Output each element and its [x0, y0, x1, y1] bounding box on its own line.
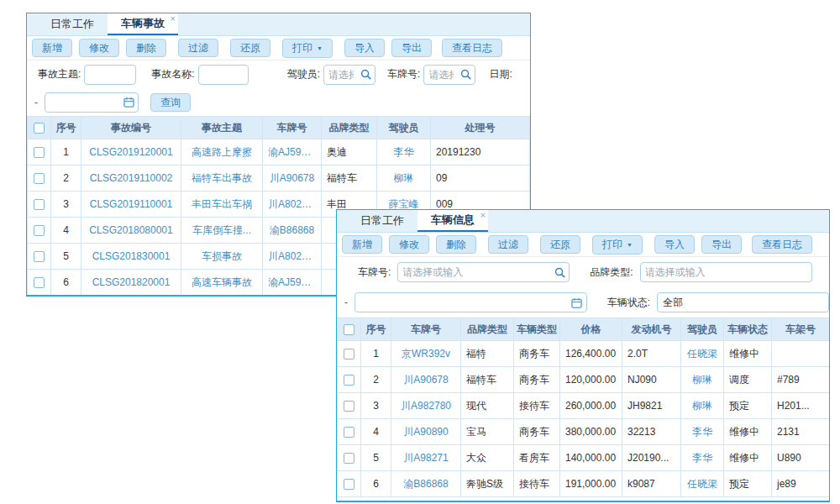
delete-button[interactable]: 删除 — [436, 235, 476, 254]
table-cell-link[interactable]: CLSG2018080001 — [81, 218, 181, 244]
table-cell-link[interactable]: 渝AJ59484 — [263, 139, 322, 165]
row-checkbox[interactable] — [34, 173, 45, 184]
table-cell-link[interactable]: 渝B86868 — [391, 471, 461, 497]
plate-select-input[interactable] — [423, 65, 475, 85]
row-checkbox[interactable] — [344, 453, 354, 464]
search-icon[interactable] — [552, 265, 567, 280]
table-cell-link[interactable]: 高速路上摩擦 — [181, 139, 263, 165]
view-log-button[interactable]: 查看日志 — [752, 235, 812, 254]
table-cell-link[interactable]: 柳琳 — [681, 393, 724, 419]
table-cell-link[interactable]: 福特车出事故 — [181, 165, 263, 192]
select-all-checkbox[interactable] — [34, 123, 45, 134]
table-cell-link[interactable]: CLSG2019120001 — [81, 139, 181, 165]
row-checkbox[interactable] — [344, 375, 354, 386]
close-icon[interactable] — [171, 14, 176, 23]
row-checkbox[interactable] — [344, 349, 354, 360]
print-button[interactable]: 打印 — [592, 235, 643, 255]
modify-button[interactable]: 修改 — [79, 39, 119, 57]
row-checkbox[interactable] — [34, 199, 45, 210]
driver-field[interactable] — [324, 66, 358, 84]
table-cell-link[interactable]: CLSG2019110002 — [81, 165, 181, 192]
accident-subject-field[interactable] — [85, 66, 135, 84]
table-cell-link[interactable]: 川A802938 — [263, 192, 322, 218]
export-button[interactable]: 导出 — [701, 235, 742, 254]
table-cell-link[interactable]: 川A90678 — [391, 367, 461, 393]
row-checkbox[interactable] — [34, 225, 45, 236]
date-field[interactable] — [45, 93, 121, 112]
table-cell-link[interactable]: 车库倒车撞... — [181, 218, 263, 244]
table-cell-link[interactable]: 李华 — [681, 419, 724, 445]
vehicle-status-select[interactable]: 全部 — [657, 292, 829, 312]
select-all-checkbox[interactable] — [344, 324, 354, 335]
table-cell-link[interactable]: 柳琳 — [377, 165, 431, 192]
plate-field[interactable] — [424, 66, 458, 84]
search-icon[interactable] — [458, 67, 473, 82]
export-button[interactable]: 导出 — [391, 39, 432, 57]
table-cell-link[interactable]: 柳琳 — [681, 367, 724, 393]
query-button[interactable]: 查询 — [150, 93, 191, 112]
brand-type-field[interactable] — [641, 263, 811, 281]
column-header: 序号 — [361, 318, 391, 341]
import-button[interactable]: 导入 — [654, 235, 695, 254]
import-button[interactable]: 导入 — [344, 39, 385, 57]
tab-vehicle-accident[interactable]: 车辆事故 — [108, 13, 178, 35]
table-cell-link[interactable]: 李华 — [377, 139, 431, 165]
table-cell-link[interactable]: 车损事故 — [181, 244, 263, 270]
calendar-icon[interactable] — [121, 95, 136, 110]
filter-button[interactable]: 过滤 — [488, 235, 528, 254]
table-cell-link[interactable]: 渝AJ59484 — [263, 270, 322, 296]
delete-button[interactable]: 删除 — [126, 39, 166, 57]
date-field[interactable] — [355, 293, 570, 312]
driver-select-input[interactable] — [323, 65, 375, 85]
search-icon[interactable] — [358, 67, 373, 82]
close-icon[interactable] — [480, 211, 486, 219]
row-checkbox[interactable] — [34, 277, 45, 288]
select-all-header — [338, 318, 361, 341]
table-cell-link[interactable]: 高速车辆事故 — [181, 270, 263, 296]
table-cell-link[interactable]: 川A98271 — [391, 445, 461, 471]
filter-button[interactable]: 过滤 — [178, 39, 218, 57]
desktop: { "panel1": { "tabs": { "daily": "日常工作",… — [0, 0, 840, 504]
restore-button[interactable]: 还原 — [230, 39, 270, 57]
calendar-icon[interactable] — [570, 295, 585, 310]
add-button[interactable]: 新增 — [342, 235, 382, 254]
view-log-button[interactable]: 查看日志 — [442, 39, 502, 57]
tab-daily-work[interactable]: 日常工作 — [347, 210, 417, 232]
row-checkbox[interactable] — [344, 401, 354, 412]
row-checkbox[interactable] — [34, 147, 45, 158]
table-cell-link[interactable]: CLSG201830001 — [81, 244, 181, 270]
accident-name-input[interactable] — [198, 65, 249, 85]
toolbar: 新增 修改 删除 过滤 还原 打印 导入 导出 查看日志 — [337, 233, 829, 257]
brand-type-input[interactable] — [640, 262, 812, 282]
table-cell-link[interactable]: 任晓渠 — [681, 471, 724, 497]
brand-type-label: 品牌类型: — [590, 265, 633, 280]
restore-button[interactable]: 还原 — [540, 235, 580, 254]
row-checkbox[interactable] — [344, 427, 354, 438]
tab-vehicle-info[interactable]: 车辆信息 — [417, 210, 488, 232]
row-checkbox[interactable] — [34, 251, 45, 262]
plate-select-input[interactable] — [397, 262, 570, 282]
table-cell-link[interactable]: 渝B86868 — [263, 218, 322, 244]
table-cell-link[interactable]: 川A982780 — [391, 393, 461, 419]
table-cell: 3 — [361, 393, 391, 419]
table-cell-link[interactable]: 川A802938 — [263, 244, 322, 270]
table-cell — [772, 341, 830, 367]
accident-name-field[interactable] — [199, 66, 248, 84]
date-input[interactable] — [45, 92, 139, 113]
row-checkbox[interactable] — [344, 479, 354, 490]
table-cell-link[interactable]: 李华 — [681, 445, 724, 471]
date-input[interactable] — [354, 292, 587, 312]
table-cell-link[interactable]: 川A90678 — [263, 165, 322, 192]
plate-field[interactable] — [398, 263, 552, 281]
table-cell-link[interactable]: CLSG2019110001 — [81, 192, 181, 218]
table-cell-link[interactable]: 京WR392v — [391, 341, 461, 367]
modify-button[interactable]: 修改 — [389, 235, 429, 254]
tab-daily-work[interactable]: 日常工作 — [37, 13, 108, 35]
table-cell-link[interactable]: CLSG201820001 — [81, 270, 181, 296]
print-button[interactable]: 打印 — [282, 39, 333, 58]
table-cell-link[interactable]: 川A90890 — [391, 419, 461, 445]
add-button[interactable]: 新增 — [32, 39, 72, 57]
table-cell-link[interactable]: 任晓渠 — [681, 341, 724, 367]
table-cell-link[interactable]: 丰田车出车祸 — [181, 192, 263, 218]
accident-subject-input[interactable] — [84, 65, 136, 85]
